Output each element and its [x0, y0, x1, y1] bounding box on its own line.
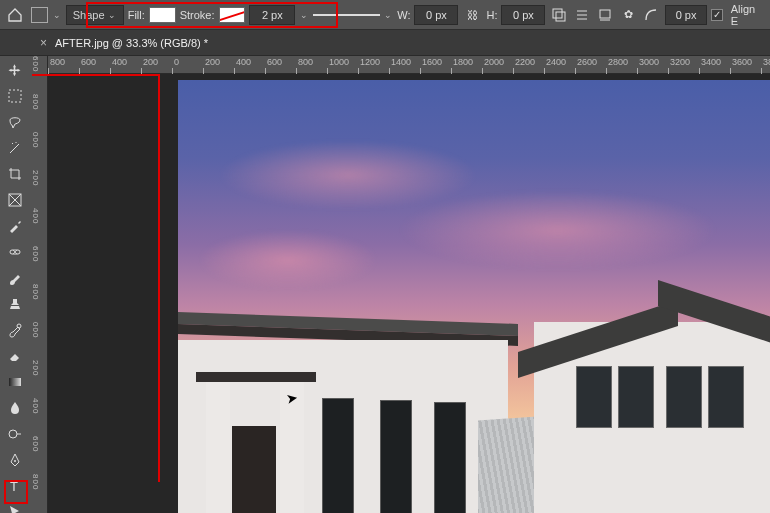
ruler-tick: 200	[203, 56, 204, 74]
window	[666, 366, 702, 428]
ruler-tick: 3600	[730, 56, 731, 74]
ruler-tick: 2600	[575, 56, 576, 74]
height-field[interactable]: 0 px	[501, 5, 545, 25]
fill-swatch[interactable]	[149, 7, 176, 23]
stroke-style-dropdown[interactable]: ⌄	[384, 10, 394, 20]
align-edges-checkbox[interactable]: ✓	[711, 9, 723, 21]
ruler-tick: 400	[31, 208, 40, 224]
ruler-tick: 600	[31, 436, 40, 452]
ruler-tick: 800	[296, 56, 297, 74]
svg-point-9	[14, 460, 16, 462]
vertical-ruler: 600800000200400600800000200400600800	[30, 56, 48, 513]
tool-preset-swatch[interactable]	[31, 7, 48, 23]
svg-rect-0	[553, 9, 562, 18]
brush-tool[interactable]	[4, 270, 26, 286]
ruler-tick: 0	[172, 56, 173, 74]
stroke-label: Stroke:	[180, 9, 215, 21]
tool-preset-dropdown[interactable]: ⌄	[52, 10, 62, 20]
ruler-tick: 800	[31, 284, 40, 300]
ruler-tick: 400	[31, 398, 40, 414]
home-button[interactable]	[4, 4, 27, 26]
ruler-tick: 3800	[761, 56, 762, 74]
ruler-tick: 600	[265, 56, 266, 74]
cursor-icon: ➤	[285, 389, 300, 407]
width-field[interactable]: 0 px	[414, 5, 458, 25]
cloud	[398, 190, 718, 270]
tools-panel: T	[0, 56, 30, 513]
chevron-down-icon: ⌄	[107, 10, 117, 20]
move-tool[interactable]	[4, 62, 26, 78]
ruler-tick: 2800	[606, 56, 607, 74]
ruler-tick: 400	[234, 56, 235, 74]
fill-label: Fill:	[128, 9, 145, 21]
align-edges-label: Align E	[731, 3, 764, 27]
svg-rect-4	[9, 194, 21, 206]
ruler-tick: 1200	[358, 56, 359, 74]
blur-tool[interactable]	[4, 400, 26, 416]
clone-stamp-tool[interactable]	[4, 296, 26, 312]
magic-wand-tool[interactable]	[4, 140, 26, 156]
eraser-tool[interactable]	[4, 348, 26, 364]
ruler-tick: 1600	[420, 56, 421, 74]
horizontal-ruler: 8006004002000200400600800100012001400160…	[48, 56, 770, 74]
healing-brush-tool[interactable]	[4, 244, 26, 260]
tab-close-button[interactable]: ×	[40, 36, 47, 50]
radius-field[interactable]: 0 px	[665, 5, 707, 25]
options-bar: ⌄ Shape ⌄ Fill: Stroke: 2 px ⌄ ⌄ W: 0 px…	[0, 0, 770, 30]
svg-rect-2	[600, 10, 610, 18]
ruler-tick: 3400	[699, 56, 700, 74]
stroke-width-field[interactable]: 2 px	[249, 5, 295, 25]
path-operations-icon[interactable]	[549, 5, 568, 25]
ruler-tick: 200	[31, 170, 40, 186]
lasso-tool[interactable]	[4, 114, 26, 130]
shape-mode-dropdown[interactable]: Shape ⌄	[66, 5, 124, 25]
ruler-tick: 400	[110, 56, 111, 74]
ruler-tick: 2000	[482, 56, 483, 74]
stroke-width-dropdown[interactable]: ⌄	[299, 10, 309, 20]
document-tab-title[interactable]: AFTER.jpg @ 33.3% (RGB/8) *	[55, 37, 208, 49]
ruler-tick: 3000	[637, 56, 638, 74]
path-selection-tool[interactable]	[4, 504, 26, 513]
link-icon[interactable]: ⛓	[462, 5, 482, 25]
corner-radius-icon	[642, 5, 661, 25]
document-tab-bar: × AFTER.jpg @ 33.3% (RGB/8) *	[0, 30, 770, 56]
cloud	[198, 230, 378, 290]
svg-rect-5	[10, 250, 20, 254]
width-label: W:	[397, 9, 410, 21]
history-brush-tool[interactable]	[4, 322, 26, 338]
gear-icon[interactable]: ✿	[619, 5, 638, 25]
ruler-tick: 200	[141, 56, 142, 74]
type-tool[interactable]: T	[4, 478, 26, 494]
align-icon[interactable]	[573, 5, 592, 25]
svg-point-6	[17, 324, 21, 328]
frame-tool[interactable]	[4, 192, 26, 208]
ruler-tick: 800	[48, 56, 49, 74]
ruler-tick: 1400	[389, 56, 390, 74]
document-image: ➤	[178, 80, 770, 513]
pillar	[206, 374, 230, 513]
dodge-tool[interactable]	[4, 426, 26, 442]
canvas-area[interactable]: ➤	[48, 74, 770, 513]
window	[380, 400, 412, 513]
window	[708, 366, 744, 428]
ruler-tick: 1000	[327, 56, 328, 74]
crop-tool[interactable]	[4, 166, 26, 182]
stroke-swatch[interactable]	[219, 7, 246, 23]
ruler-tick: 200	[31, 360, 40, 376]
svg-rect-3	[9, 90, 21, 102]
fascia	[196, 372, 316, 382]
pen-tool[interactable]	[4, 452, 26, 468]
eyedropper-tool[interactable]	[4, 218, 26, 234]
home-icon	[7, 7, 23, 23]
window	[618, 366, 654, 428]
gradient-tool[interactable]	[4, 374, 26, 390]
svg-rect-7	[9, 378, 21, 386]
shape-mode-label: Shape	[73, 9, 105, 21]
stroke-style-preview[interactable]	[313, 14, 380, 24]
ruler-tick: 600	[31, 246, 40, 262]
front-door	[232, 426, 276, 513]
ruler-tick: 2200	[513, 56, 514, 74]
ruler-tick: 800	[31, 474, 40, 490]
marquee-tool[interactable]	[4, 88, 26, 104]
arrange-icon[interactable]	[596, 5, 615, 25]
